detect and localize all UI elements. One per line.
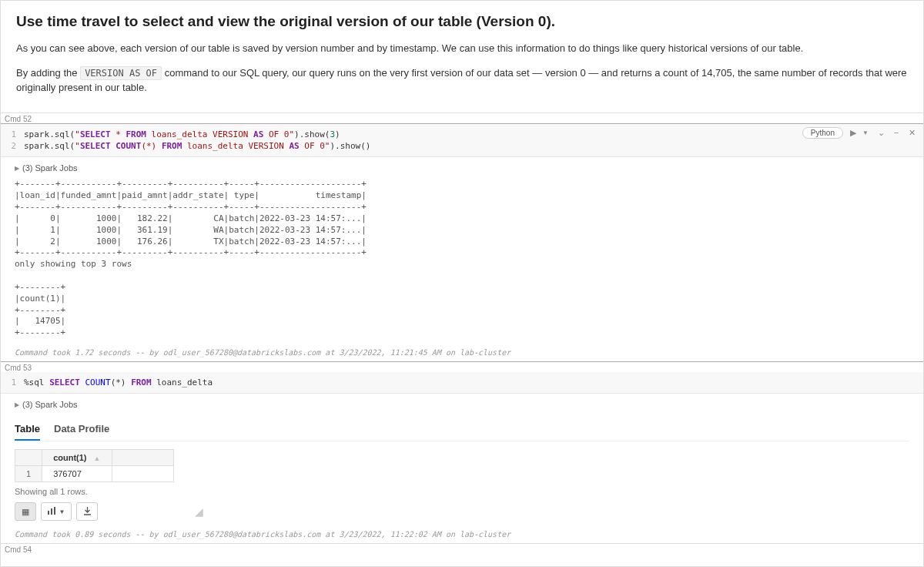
table-view-button[interactable]: ▦: [15, 502, 36, 521]
chart-view-button[interactable]: ▼: [41, 502, 72, 521]
download-icon: [83, 507, 92, 517]
cell-count-value: 376707: [42, 466, 112, 482]
execution-footer: Command took 1.72 seconds -- by odl_user…: [1, 345, 923, 361]
markdown-cell: Use time travel to select and view the o…: [1, 1, 923, 113]
code-editor[interactable]: 1 %sql SELECT COUNT(*) FROM loans_delta: [1, 372, 923, 394]
chevron-right-icon: ▶: [15, 165, 19, 172]
column-header-count[interactable]: count(1) ▲: [42, 450, 112, 466]
section-heading: Use time travel to select and view the o…: [16, 13, 908, 30]
result-tabs: Table Data Profile: [15, 415, 909, 441]
sort-icon: ▲: [94, 455, 101, 462]
code-cell-53[interactable]: 1 %sql SELECT COUNT(*) FROM loans_delta …: [1, 372, 923, 544]
column-header-empty: [112, 450, 173, 466]
markdown-paragraph-2: By adding the VERSION AS OF command to o…: [16, 65, 908, 96]
expand-icon[interactable]: ⌄: [875, 127, 886, 138]
svg-rect-0: [48, 511, 49, 515]
execution-footer: Command took 0.89 seconds -- by odl_user…: [1, 527, 923, 543]
output-area-52: ▶ (3) Spark Jobs +-------+-----------+--…: [1, 157, 923, 345]
resize-handle-icon[interactable]: ◢: [195, 505, 201, 518]
code-cell-52[interactable]: Python ▶ ▼ ⌄ − ✕ 1 spark.sql("SELECT * F…: [1, 123, 923, 363]
code-line-1: spark.sql("SELECT * FROM loans_delta VER…: [24, 129, 340, 140]
showing-rows-label: Showing all 1 rows.: [15, 487, 909, 496]
language-pill[interactable]: Python: [802, 127, 843, 139]
chevron-right-icon: ▶: [15, 401, 19, 408]
inline-code-version-as-of: VERSION AS OF: [80, 66, 162, 80]
spark-jobs-toggle[interactable]: ▶ (3) Spark Jobs: [15, 400, 909, 409]
cmd-label-54: Cmd 54: [1, 544, 923, 554]
markdown-paragraph-1: As you can see above, each version of ou…: [16, 41, 908, 56]
cell-empty: [112, 466, 173, 482]
spark-jobs-label: (3) Spark Jobs: [22, 400, 78, 409]
line-number: 1: [1, 129, 24, 140]
svg-rect-2: [54, 507, 55, 515]
code-line-1: %sql SELECT COUNT(*) FROM loans_delta: [24, 377, 213, 388]
para2-pre: By adding the: [16, 67, 80, 79]
text-output: +-------+-----------+---------+---------…: [15, 179, 909, 339]
download-button[interactable]: [76, 502, 98, 521]
line-number: 1: [1, 377, 24, 388]
svg-rect-1: [51, 508, 52, 515]
result-table: count(1) ▲ 1 376707: [15, 449, 174, 482]
run-icon[interactable]: ▶: [848, 127, 859, 138]
row-index: 1: [15, 466, 42, 482]
spark-jobs-label: (3) Spark Jobs: [22, 163, 78, 173]
line-number: 2: [1, 140, 24, 152]
close-icon[interactable]: ✕: [906, 127, 917, 138]
table-row[interactable]: 1 376707: [15, 466, 174, 482]
cmd-label-52: Cmd 52: [1, 113, 923, 123]
bar-chart-icon: [48, 507, 57, 516]
cmd-label-53: Cmd 53: [1, 362, 923, 372]
cell-toolbar: Python ▶ ▼ ⌄ − ✕: [802, 127, 917, 139]
chevron-down-icon: ▼: [59, 508, 65, 515]
spark-jobs-toggle[interactable]: ▶ (3) Spark Jobs: [15, 163, 909, 173]
row-index-header[interactable]: [15, 450, 42, 466]
tab-data-profile[interactable]: Data Profile: [54, 420, 109, 441]
grid-icon: ▦: [22, 507, 29, 517]
code-editor[interactable]: 1 spark.sql("SELECT * FROM loans_delta V…: [1, 124, 923, 158]
run-menu-caret-icon[interactable]: ▼: [860, 127, 871, 138]
minimize-icon[interactable]: −: [891, 127, 902, 138]
output-area-53: ▶ (3) Spark Jobs Table Data Profile coun…: [1, 394, 923, 527]
code-line-2: spark.sql("SELECT COUNT(*) FROM loans_de…: [24, 140, 370, 152]
column-header-label: count(1): [53, 453, 86, 462]
viz-toolbar: ▦ ▼ ◢: [15, 502, 909, 521]
tab-table[interactable]: Table: [15, 420, 40, 441]
